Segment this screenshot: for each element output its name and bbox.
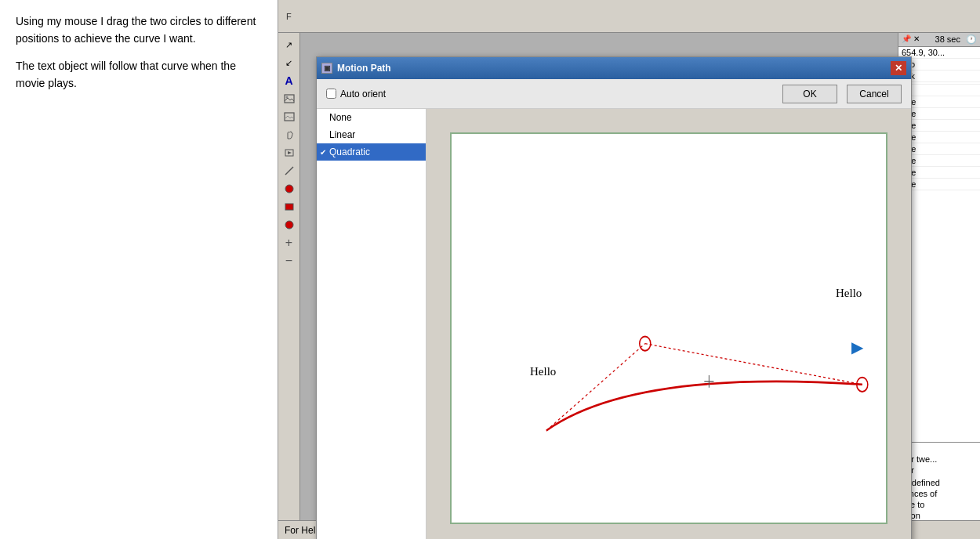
instruction-text-2: The text object will follow that curve w… — [16, 57, 262, 92]
clock-icon: 🕐 — [966, 34, 977, 44]
svg-point-12 — [857, 378, 868, 392]
modal-overlay: ▣ Motion Path ✕ Auto orient OK Cancel — [300, 33, 898, 520]
dialog-icon: ▣ — [321, 63, 332, 74]
main-content: ↗ ↙ A — [278, 33, 980, 520]
pin-icon: 📌 ✕ — [902, 34, 920, 43]
svg-line-10 — [645, 344, 862, 385]
motion-path-svg — [452, 134, 886, 523]
tool-minus[interactable]: − — [281, 252, 298, 270]
app-area: F ↗ ↙ A — [278, 0, 980, 539]
interpolation-list[interactable]: None Linear ✔ Quadratic — [317, 109, 426, 539]
right-panel-timer: 38 sec 🕐 📌 ✕ — [898, 33, 980, 47]
svg-rect-0 — [285, 95, 294, 103]
tool-text[interactable]: A — [281, 72, 298, 89]
canvas-frame: Hello Hello ▶ — [450, 132, 887, 524]
app-top-bar: F — [278, 0, 980, 33]
left-instruction-panel: Using my mouse I drag the two circles to… — [0, 0, 278, 539]
svg-line-5 — [285, 167, 293, 175]
tool-rect[interactable] — [281, 198, 298, 215]
auto-orient-label: Auto orient — [340, 89, 386, 99]
tool-hand[interactable] — [281, 126, 298, 143]
tool-film[interactable] — [281, 144, 298, 161]
tool-arrow2[interactable]: ↙ — [281, 54, 298, 71]
list-item-linear[interactable]: Linear — [317, 126, 426, 143]
svg-point-11 — [640, 336, 651, 350]
svg-rect-7 — [285, 204, 293, 210]
tool-plus[interactable]: + — [281, 234, 298, 251]
check-icon: ✔ — [320, 148, 326, 157]
tool-ellipse[interactable] — [281, 180, 298, 197]
auto-orient-wrap: Auto orient — [326, 89, 386, 99]
svg-point-6 — [285, 185, 293, 193]
hello-start-label: Hello — [530, 365, 556, 378]
svg-marker-4 — [288, 151, 292, 154]
app-menu: F — [281, 12, 296, 21]
dialog-toolbar: Auto orient OK Cancel — [317, 79, 911, 109]
tool-line[interactable] — [281, 162, 298, 179]
auto-orient-checkbox[interactable] — [326, 89, 336, 99]
hello-end-label: Hello — [836, 287, 862, 300]
list-item-none[interactable]: None — [317, 109, 426, 126]
timer-value: 38 sec — [935, 34, 960, 44]
cursor-icon: ▶ — [851, 338, 863, 356]
tool-image2[interactable] — [281, 108, 298, 125]
tool-arrow[interactable]: ↗ — [281, 36, 298, 53]
list-item-quadratic[interactable]: ✔ Quadratic — [317, 143, 426, 161]
tools-strip: ↗ ↙ A — [278, 33, 300, 520]
instruction-text-1: Using my mouse I drag the two circles to… — [16, 13, 262, 48]
preview-canvas-area: Hello Hello ▶ — [426, 109, 911, 539]
dialog-close-button[interactable]: ✕ — [891, 61, 906, 75]
motion-path-dialog[interactable]: ▣ Motion Path ✕ Auto orient OK Cancel — [316, 56, 912, 539]
tool-image1[interactable] — [281, 90, 298, 107]
workspace: ▣ Motion Path ✕ Auto orient OK Cancel — [300, 33, 898, 520]
dialog-title: Motion Path — [337, 63, 891, 74]
tool-circle2[interactable] — [281, 216, 298, 233]
dialog-icon-text: ▣ — [324, 64, 331, 72]
svg-point-8 — [285, 221, 293, 229]
ok-button[interactable]: OK — [782, 85, 837, 103]
svg-rect-2 — [285, 113, 294, 121]
dialog-body: None Linear ✔ Quadratic — [317, 109, 911, 539]
dialog-titlebar: ▣ Motion Path ✕ — [317, 57, 911, 79]
cancel-button[interactable]: Cancel — [847, 85, 902, 103]
